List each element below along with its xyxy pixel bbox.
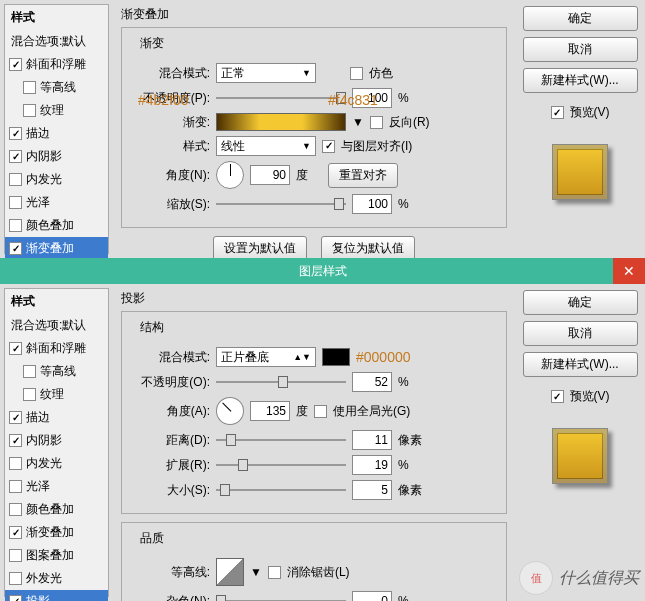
sidebar-item[interactable]: 斜面和浮雕 xyxy=(5,53,108,76)
style-checkbox[interactable] xyxy=(9,503,22,516)
noise-value[interactable]: 0 xyxy=(352,591,392,601)
sidebar-item[interactable]: 外发光 xyxy=(5,567,108,590)
style-select[interactable]: 线性▼ xyxy=(216,136,316,156)
close-icon[interactable]: ✕ xyxy=(613,258,645,284)
sidebar-item-label: 斜面和浮雕 xyxy=(26,340,86,357)
reverse-checkbox[interactable] xyxy=(370,116,383,129)
style-checkbox[interactable] xyxy=(9,526,22,539)
style-checkbox[interactable] xyxy=(9,242,22,255)
align-checkbox[interactable] xyxy=(322,140,335,153)
group-title: 品质 xyxy=(136,530,168,547)
distance-slider[interactable] xyxy=(216,432,346,448)
sidebar-subtitle: 混合选项:默认 xyxy=(5,314,108,337)
sidebar-item[interactable]: 描边 xyxy=(5,122,108,145)
reset-align-button[interactable]: 重置对齐 xyxy=(328,163,398,188)
style-checkbox[interactable] xyxy=(9,196,22,209)
right-panel: 确定 取消 新建样式(W)... 预览(V) xyxy=(515,0,645,258)
contour-picker[interactable] xyxy=(216,558,244,586)
opacity-value[interactable]: 52 xyxy=(352,372,392,392)
style-checkbox[interactable] xyxy=(23,104,36,117)
ok-button[interactable]: 确定 xyxy=(523,6,638,31)
global-light-checkbox[interactable] xyxy=(314,405,327,418)
preview-checkbox[interactable] xyxy=(551,390,564,403)
chevron-down-icon[interactable]: ▼ xyxy=(352,115,364,129)
style-checkbox[interactable] xyxy=(9,58,22,71)
style-checkbox[interactable] xyxy=(9,480,22,493)
sidebar-item-label: 等高线 xyxy=(40,79,76,96)
size-slider[interactable] xyxy=(216,482,346,498)
style-checkbox[interactable] xyxy=(9,595,22,601)
sidebar-item-label: 纹理 xyxy=(40,386,64,403)
angle-dial[interactable] xyxy=(210,391,250,431)
sidebar-item[interactable]: 斜面和浮雕 xyxy=(5,337,108,360)
angle-value[interactable]: 135 xyxy=(250,401,290,421)
opacity-label: 不透明度(O): xyxy=(132,374,210,391)
antialias-checkbox[interactable] xyxy=(268,566,281,579)
color-swatch[interactable] xyxy=(322,348,350,366)
sidebar-item[interactable]: 图案叠加 xyxy=(5,544,108,567)
opacity-value[interactable]: 100 xyxy=(352,88,392,108)
sidebar-item[interactable]: 颜色叠加 xyxy=(5,498,108,521)
sidebar-item-label: 图案叠加 xyxy=(26,547,74,564)
opacity-slider[interactable] xyxy=(216,374,346,390)
sidebar-item[interactable]: 光泽 xyxy=(5,475,108,498)
angle-value[interactable]: 90 xyxy=(250,165,290,185)
global-light-label: 使用全局光(G) xyxy=(333,403,410,420)
sidebar-item[interactable]: 投影 xyxy=(5,590,108,601)
antialias-label: 消除锯齿(L) xyxy=(287,564,350,581)
style-label: 样式: xyxy=(132,138,210,155)
ok-button[interactable]: 确定 xyxy=(523,290,638,315)
contour-label: 等高线: xyxy=(132,564,210,581)
sidebar-item[interactable]: 光泽 xyxy=(5,191,108,214)
style-checkbox[interactable] xyxy=(23,388,36,401)
style-checkbox[interactable] xyxy=(9,150,22,163)
spread-slider[interactable] xyxy=(216,457,346,473)
sidebar-item[interactable]: 等高线 xyxy=(5,360,108,383)
sidebar-item[interactable]: 内阴影 xyxy=(5,145,108,168)
sidebar-item[interactable]: 等高线 xyxy=(5,76,108,99)
new-style-button[interactable]: 新建样式(W)... xyxy=(523,352,638,377)
style-checkbox[interactable] xyxy=(23,81,36,94)
style-checkbox[interactable] xyxy=(9,342,22,355)
blend-select[interactable]: 正常▼ xyxy=(216,63,316,83)
style-checkbox[interactable] xyxy=(9,219,22,232)
blend-select[interactable]: 正片叠底▲▼ xyxy=(216,347,316,367)
size-value[interactable]: 5 xyxy=(352,480,392,500)
style-checkbox[interactable] xyxy=(9,173,22,186)
gradient-preview[interactable] xyxy=(216,113,346,131)
style-checkbox[interactable] xyxy=(23,365,36,378)
distance-value[interactable]: 11 xyxy=(352,430,392,450)
style-checkbox[interactable] xyxy=(9,549,22,562)
spread-value[interactable]: 19 xyxy=(352,455,392,475)
sidebar-item[interactable]: 描边 xyxy=(5,406,108,429)
sidebar-item[interactable]: 渐变叠加 xyxy=(5,521,108,544)
sidebar-title: 样式 xyxy=(5,5,108,30)
sidebar-item[interactable]: 纹理 xyxy=(5,99,108,122)
sidebar-item[interactable]: 渐变叠加 xyxy=(5,237,108,260)
sidebar-item[interactable]: 纹理 xyxy=(5,383,108,406)
watermark-icon: 值 xyxy=(519,561,553,595)
cancel-button[interactable]: 取消 xyxy=(523,321,638,346)
sidebar-item[interactable]: 颜色叠加 xyxy=(5,214,108,237)
sidebar-item[interactable]: 内发光 xyxy=(5,168,108,191)
style-checkbox[interactable] xyxy=(9,127,22,140)
color-annotation: #000000 xyxy=(356,349,411,365)
opacity-slider[interactable] xyxy=(216,90,346,106)
sidebar-item[interactable]: 内发光 xyxy=(5,452,108,475)
scale-value[interactable]: 100 xyxy=(352,194,392,214)
sidebar-item-label: 内发光 xyxy=(26,171,62,188)
style-checkbox[interactable] xyxy=(9,572,22,585)
sidebar-item-label: 内阴影 xyxy=(26,148,62,165)
new-style-button[interactable]: 新建样式(W)... xyxy=(523,68,638,93)
sidebar-item[interactable]: 内阴影 xyxy=(5,429,108,452)
noise-slider[interactable] xyxy=(216,593,346,601)
dither-checkbox[interactable] xyxy=(350,67,363,80)
style-checkbox[interactable] xyxy=(9,457,22,470)
noise-label: 杂色(N): xyxy=(132,593,210,602)
scale-slider[interactable] xyxy=(216,196,346,212)
angle-dial[interactable] xyxy=(216,161,244,189)
cancel-button[interactable]: 取消 xyxy=(523,37,638,62)
style-checkbox[interactable] xyxy=(9,411,22,424)
preview-checkbox[interactable] xyxy=(551,106,564,119)
style-checkbox[interactable] xyxy=(9,434,22,447)
